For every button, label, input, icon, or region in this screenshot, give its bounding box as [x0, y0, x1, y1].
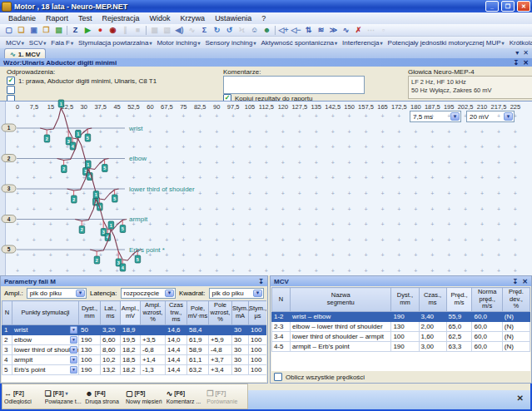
average-icon[interactable]: Σ — [198, 25, 211, 36]
test-menu-potencja-y-jednostki-motorycznej-mup[interactable]: Potencjały jednostki motorycznej MUP▾ — [385, 39, 507, 47]
cursor-marker[interactable]: 5 — [102, 165, 108, 172]
cursor-marker[interactable]: 2 — [94, 256, 100, 264]
table-cell[interactable]: 50 — [79, 324, 101, 334]
table-cell[interactable]: 30 — [232, 344, 249, 354]
table-cell[interactable]: 4 — [2, 354, 12, 364]
close-button[interactable]: ✕ — [517, 1, 530, 12]
chevron-down-icon[interactable]: ▼ — [70, 366, 77, 374]
table-cell[interactable]: 60,0 — [472, 341, 502, 351]
table-cell[interactable]: -6,8 — [141, 344, 166, 354]
panel-close-icon[interactable]: ✕ — [522, 278, 528, 285]
table-cell[interactable]: 100 — [249, 324, 267, 334]
impedance-icon[interactable]: Z — [69, 25, 82, 36]
test-menu-interferencja[interactable]: Interferencja▾ — [340, 39, 385, 47]
trace-badge[interactable]: 4 — [2, 215, 16, 223]
align-curves-icon[interactable]: ⇅ — [302, 25, 315, 36]
table-cell[interactable]: 14,6 — [166, 324, 187, 334]
table-cell[interactable]: 18,2 — [121, 344, 141, 354]
table-cell[interactable]: 14,0 — [166, 334, 187, 344]
start-icon[interactable]: ▶ — [82, 25, 94, 36]
table-cell[interactable]: 18,5 — [121, 354, 141, 364]
cursor-marker[interactable]: 4 — [70, 142, 76, 150]
table-row[interactable]: 1wrist▼503,2018,914,658,430100 — [2, 324, 267, 334]
cursor-marker[interactable]: 1 — [58, 100, 64, 107]
pin-icon[interactable]: ↧ — [513, 278, 519, 285]
cursor-marker[interactable]: 1 — [93, 191, 99, 199]
table-cell[interactable]: (N) — [502, 331, 530, 341]
table-cell[interactable]: 100 — [249, 334, 267, 344]
fkey-button-powi-zane-t[interactable]: ❏[F3]▾ Powiązane t... — [45, 386, 84, 408]
test-menu-aktywno-spontaniczna[interactable]: Aktywność spontaniczna▾ — [258, 39, 340, 47]
table-cell[interactable]: 8,60 — [101, 344, 121, 354]
table-cell[interactable]: +3,4 — [209, 364, 232, 374]
table-cell[interactable]: 18,9 — [121, 324, 141, 334]
table-cell[interactable] — [209, 324, 232, 334]
test-menu-stymulacja-powtarzalna[interactable]: Stymulacja powtarzalna▾ — [76, 39, 155, 47]
table-row[interactable]: 3-4lower third of shoulder – armpit1001,… — [272, 331, 530, 341]
fkey-button-odleg-o-ci[interactable]: ↔[F2] Odległości — [4, 386, 43, 408]
cursor-marker[interactable]: 2 — [44, 135, 50, 142]
table-cell[interactable]: 63,3 — [446, 341, 472, 351]
table-cell[interactable]: +1,4 — [141, 354, 166, 364]
table-cell[interactable]: 65,0 — [446, 321, 472, 331]
table-cell[interactable]: -1,3 — [141, 364, 166, 374]
fkey-button-druga-strona[interactable]: ☻[F4] Druga strona — [85, 386, 124, 408]
overlay-curves-icon[interactable]: ≋ — [315, 25, 327, 36]
panel-close-icon[interactable]: ✕ — [523, 59, 529, 67]
menu-raport[interactable]: Raport — [41, 14, 73, 22]
table-cell[interactable]: 6,60 — [101, 334, 121, 344]
split-curves-icon[interactable]: ≫ — [327, 25, 340, 36]
table-cell[interactable]: 1,60 — [419, 331, 446, 341]
table-cell[interactable]: 100 — [249, 344, 267, 354]
table-cell[interactable]: elbow – lower third of shoulder — [291, 321, 391, 331]
menu-widok[interactable]: Widok — [145, 14, 176, 22]
table-cell[interactable]: 10,2 — [101, 354, 121, 364]
rotate-icon[interactable]: ↺ — [223, 25, 236, 36]
table-cell[interactable]: 100 — [249, 364, 267, 374]
table-cell[interactable]: armpit▼ — [12, 354, 79, 364]
tab-close-icon[interactable]: ✕ — [523, 49, 529, 57]
cursor-marker[interactable]: 2 — [79, 226, 85, 234]
chevron-down-icon[interactable]: ▼ — [70, 356, 77, 364]
minimize-button[interactable]: _ — [485, 1, 499, 12]
table-cell[interactable]: 14,4 — [166, 344, 187, 354]
table-cell[interactable]: lower third of shoulder▼ — [12, 344, 79, 354]
chevron-down-icon[interactable]: ▼ — [253, 290, 262, 297]
trace-badge[interactable]: 3 — [2, 185, 16, 192]
table-cell[interactable]: 100 — [391, 331, 419, 341]
test-menu-motor-inching[interactable]: Motor inching▾ — [154, 39, 202, 47]
mcv-panel-title-bar[interactable]: MCV ↧ ✕ — [271, 276, 531, 286]
table-cell[interactable]: 13,2 — [101, 364, 121, 374]
table-cell[interactable]: 3 — [2, 344, 12, 354]
open-exam-icon[interactable]: ❏ — [15, 25, 27, 36]
new-exam-icon[interactable]: ▢ — [2, 25, 15, 36]
more-icon[interactable]: ⋯ — [365, 25, 377, 36]
menu-test[interactable]: Test — [73, 14, 97, 22]
table-cell[interactable]: 3,00 — [419, 341, 446, 351]
trace-badge[interactable]: 2 — [2, 155, 16, 162]
table-cell[interactable]: 60,0 — [472, 331, 502, 341]
cursor-marker[interactable]: 4 — [120, 264, 126, 271]
trace-badge[interactable]: 5 — [2, 245, 16, 253]
speaker-plus-icon[interactable]: ◁+ — [277, 25, 290, 36]
menu-rejestracja[interactable]: Rejestracja — [97, 14, 145, 22]
table-cell[interactable]: 62,5 — [446, 331, 472, 341]
fkey-button-komentarz[interactable]: ∿[F6] Komentarz ... — [167, 386, 206, 408]
test-menu-kr-tkolatencyjne[interactable]: Krótkolatencyjne▾ — [507, 39, 532, 47]
table-cell[interactable]: 18,2 — [121, 364, 141, 374]
tab-scroll-icon[interactable]: ▾ — [515, 49, 519, 57]
table-cell[interactable]: 100 — [249, 354, 267, 364]
table-row[interactable]: 4-5armpit – Erb's point1903,0063,360,0(N… — [272, 341, 530, 351]
stimulus-icon[interactable]: Ϟ — [236, 25, 248, 36]
table-cell[interactable]: 14,4 — [166, 364, 187, 374]
cursor-marker[interactable]: 1 — [86, 161, 92, 168]
table-cell[interactable]: 2,00 — [419, 321, 446, 331]
record-icon[interactable]: ● — [94, 25, 107, 36]
cursor-marker[interactable]: 2 — [62, 166, 67, 173]
table-cell[interactable]: 130 — [391, 321, 419, 331]
table-cell[interactable]: 5 — [2, 364, 12, 374]
table-cell[interactable]: (N) — [502, 341, 530, 351]
chevron-down-icon[interactable]: ▼ — [70, 346, 77, 354]
menu-ustawienia[interactable]: Ustawienia — [210, 14, 256, 22]
cursor-marker[interactable]: 5 — [120, 225, 126, 233]
